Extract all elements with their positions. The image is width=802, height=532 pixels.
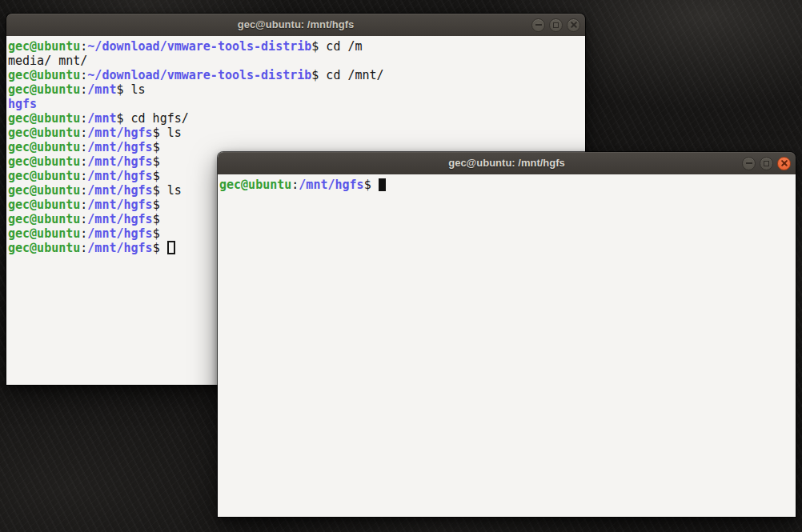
terminal-text-segment: $ ls	[153, 126, 182, 140]
close-icon	[780, 160, 788, 167]
terminal-text-segment: :	[80, 126, 87, 140]
terminal-line: hgfs	[8, 97, 583, 111]
terminal-line: media/ mnt/	[8, 54, 583, 68]
terminal-text-segment: $ cd /m	[311, 39, 362, 54]
terminal-text-segment: :	[80, 212, 87, 226]
terminal-text-segment: gec@ubuntu	[8, 126, 80, 140]
terminal-line: gec@ubuntu:/mnt/hgfs$ ls	[8, 126, 583, 140]
terminal-cursor	[379, 178, 386, 191]
terminal-text-segment: gec@ubuntu	[8, 183, 80, 198]
terminal-text-segment: gec@ubuntu	[8, 111, 80, 126]
terminal-text-segment: gec@ubuntu	[8, 154, 80, 169]
minimize-button[interactable]	[531, 18, 545, 32]
window-title: gec@ubuntu: /mnt/hgfs	[6, 14, 585, 36]
terminal-cursor	[167, 241, 175, 254]
terminal-text-segment: $	[153, 241, 167, 255]
minimize-button[interactable]	[742, 157, 756, 170]
desktop-background: gec@ubuntu: /mnt/hgfs gec@ubuntu:~/downl…	[0, 0, 802, 532]
terminal-text-segment: /mnt/hgfs	[87, 241, 152, 255]
terminal-text-segment: $ cd hgfs/	[116, 111, 188, 126]
terminal-content-front[interactable]: gec@ubuntu:/mnt/hgfs$	[218, 174, 796, 517]
terminal-text-segment: :	[80, 241, 87, 255]
minimize-icon	[535, 24, 542, 26]
terminal-text-segment: /mnt/hgfs	[87, 226, 152, 241]
terminal-text-segment: /mnt/hgfs	[87, 169, 152, 183]
terminal-text-segment: /mnt/hgfs	[87, 154, 152, 169]
terminal-text-segment: :	[80, 183, 87, 198]
terminal-text-segment: :	[80, 140, 87, 154]
terminal-line: gec@ubuntu:/mnt$ cd hgfs/	[8, 111, 583, 126]
titlebar-back[interactable]: gec@ubuntu: /mnt/hgfs	[6, 14, 585, 37]
terminal-text-segment: gec@ubuntu	[8, 241, 80, 255]
terminal-text-segment: :	[80, 226, 87, 241]
terminal-line: gec@ubuntu:/mnt$ ls	[8, 82, 583, 97]
terminal-text-segment: $	[153, 226, 160, 241]
close-button[interactable]	[567, 18, 580, 32]
terminal-text-segment: :	[80, 39, 87, 54]
terminal-text-segment: ~/download/vmware-tools-distrib	[87, 68, 311, 82]
terminal-text-segment: $ ls	[116, 82, 145, 97]
terminal-text-segment: gec@ubuntu	[8, 39, 80, 54]
terminal-text-segment: gec@ubuntu	[219, 178, 291, 192]
maximize-button[interactable]	[760, 157, 773, 170]
terminal-text-segment: ~/download/vmware-tools-distrib	[87, 39, 311, 54]
terminal-text-segment: $	[153, 169, 160, 183]
terminal-text-segment: $ cd /mnt/	[311, 68, 383, 82]
terminal-text-segment: $	[364, 178, 379, 192]
terminal-text-segment: gec@ubuntu	[8, 68, 80, 82]
terminal-text-segment: $	[153, 212, 160, 226]
terminal-text-segment: gec@ubuntu	[8, 140, 80, 154]
terminal-text-segment: :	[80, 68, 87, 82]
terminal-text-segment: gec@ubuntu	[8, 212, 80, 226]
terminal-text-segment: media/ mnt/	[8, 54, 87, 68]
terminal-text-segment: /mnt/hgfs	[87, 126, 152, 140]
terminal-text-segment: hgfs	[8, 97, 37, 111]
terminal-text-segment: $	[153, 140, 160, 154]
terminal-text-segment: /mnt/hgfs	[87, 183, 152, 198]
terminal-text-segment: $	[153, 154, 160, 169]
terminal-text-segment: gec@ubuntu	[8, 169, 80, 183]
maximize-button[interactable]	[549, 18, 563, 32]
terminal-line: gec@ubuntu:~/download/vmware-tools-distr…	[8, 39, 583, 54]
terminal-line: gec@ubuntu:/mnt/hgfs$	[219, 178, 794, 192]
window-controls-back	[531, 14, 580, 36]
close-button[interactable]	[777, 157, 791, 170]
terminal-text-segment: $ ls	[153, 183, 182, 198]
maximize-icon	[553, 22, 559, 28]
titlebar-front[interactable]: gec@ubuntu: /mnt/hgfs	[218, 152, 796, 175]
terminal-text-segment: /mnt/hgfs	[87, 198, 152, 212]
terminal-text-segment: /mnt/hgfs	[87, 140, 152, 154]
terminal-text-segment: :	[80, 169, 87, 183]
maximize-icon	[764, 161, 769, 166]
terminal-text-segment: /mnt	[87, 111, 116, 126]
terminal-text-segment: /mnt/hgfs	[299, 178, 363, 192]
minimize-icon	[746, 162, 752, 164]
terminal-line: gec@ubuntu:~/download/vmware-tools-distr…	[8, 68, 583, 82]
terminal-text-segment: :	[80, 154, 87, 169]
window-title: gec@ubuntu: /mnt/hgfs	[218, 152, 796, 174]
close-icon	[570, 22, 577, 29]
terminal-text-segment: /mnt/hgfs	[87, 212, 152, 226]
terminal-text-segment: :	[80, 111, 87, 126]
window-controls-front	[742, 152, 791, 174]
terminal-text-segment: gec@ubuntu	[8, 226, 80, 241]
terminal-window-front: gec@ubuntu: /mnt/hgfs gec@ubuntu:/mnt/hg…	[218, 152, 796, 517]
terminal-text-segment: /mnt	[87, 82, 116, 97]
terminal-text-segment: :	[80, 82, 87, 97]
terminal-text-segment: $	[153, 198, 160, 212]
terminal-text-segment: :	[291, 178, 299, 192]
terminal-text-segment: gec@ubuntu	[8, 82, 80, 97]
terminal-text-segment: :	[80, 198, 87, 212]
terminal-text-segment: gec@ubuntu	[8, 198, 80, 212]
